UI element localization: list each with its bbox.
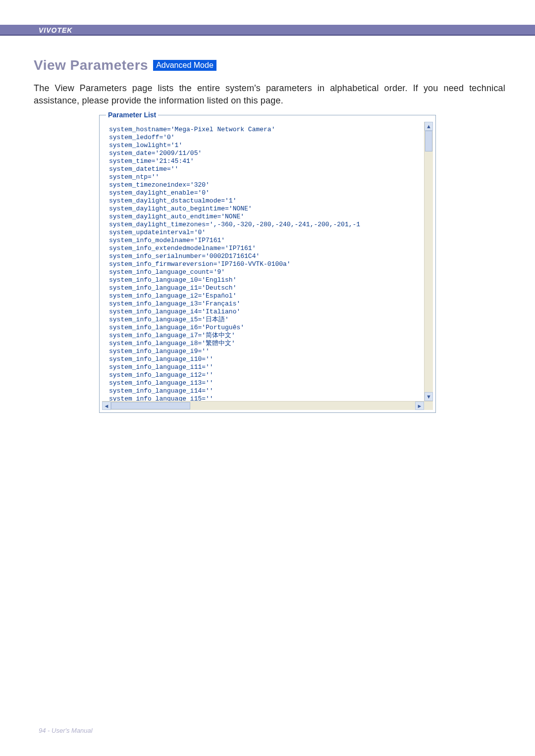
header-bar bbox=[0, 25, 535, 36]
page-title: View Parameters bbox=[34, 57, 148, 73]
vscroll-thumb[interactable] bbox=[425, 131, 432, 151]
page: VIVOTEK View Parameters Advanced Mode Th… bbox=[0, 0, 535, 756]
title-row: View Parameters Advanced Mode bbox=[34, 57, 505, 73]
hscroll-track[interactable] bbox=[111, 402, 415, 410]
vscroll-track[interactable] bbox=[425, 131, 433, 392]
advanced-mode-badge: Advanced Mode bbox=[153, 60, 216, 71]
page-footer: 94 - User's Manual bbox=[39, 727, 93, 734]
intro-text: The View Parameters page lists the entir… bbox=[34, 82, 505, 107]
fieldset-legend: Parameter List bbox=[106, 111, 158, 119]
parameter-text[interactable]: system_hostname='Mega-Pixel Network Came… bbox=[109, 126, 422, 401]
hscroll-thumb[interactable] bbox=[111, 402, 190, 409]
text-viewport: system_hostname='Mega-Pixel Network Came… bbox=[102, 122, 433, 401]
content-area: View Parameters Advanced Mode The View P… bbox=[34, 57, 505, 116]
scroll-right-arrow-icon[interactable]: ► bbox=[415, 402, 424, 410]
horizontal-scrollbar[interactable]: ◄ ► bbox=[102, 401, 433, 410]
scroll-down-arrow-icon[interactable]: ▼ bbox=[425, 392, 433, 401]
parameter-list-panel: Parameter List system_hostname='Mega-Pix… bbox=[99, 111, 436, 413]
scroll-corner bbox=[424, 402, 433, 410]
scroll-area: system_hostname='Mega-Pixel Network Came… bbox=[102, 122, 433, 410]
brand-text: VIVOTEK bbox=[39, 26, 72, 34]
vertical-scrollbar[interactable]: ▲ ▼ bbox=[424, 122, 433, 401]
scroll-up-arrow-icon[interactable]: ▲ bbox=[425, 122, 433, 131]
scroll-left-arrow-icon[interactable]: ◄ bbox=[102, 402, 111, 410]
